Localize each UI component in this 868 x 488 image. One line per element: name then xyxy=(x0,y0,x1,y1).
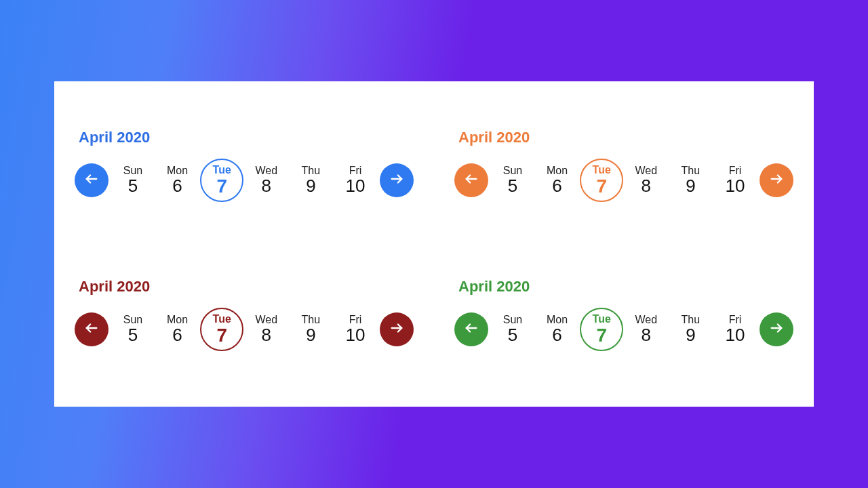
day-cell[interactable]: Fri10 xyxy=(713,308,757,351)
date-picker-maroon: April 2020 Sun5 Mon6 Tue7 Wed8 Thu9 Fri1… xyxy=(75,278,414,386)
day-number: 7 xyxy=(216,176,227,196)
day-cell[interactable]: Mon6 xyxy=(536,308,579,351)
arrow-left-icon xyxy=(84,321,99,338)
day-number: 8 xyxy=(642,177,651,195)
day-cell[interactable]: Sun5 xyxy=(491,308,534,351)
date-picker-green: April 2020 Sun5 Mon6 Tue7 Wed8 Thu9 Fri1… xyxy=(454,278,793,386)
days-strip: Sun5 Mon6 Tue7 Wed8 Thu9 Fri10 xyxy=(488,308,760,351)
day-of-week: Tue xyxy=(213,165,231,176)
arrow-right-icon xyxy=(389,321,404,338)
prev-button[interactable] xyxy=(454,312,488,346)
days-strip: Sun5 Mon6 Tue7 Wed8 Thu9 Fri10 xyxy=(108,308,380,351)
day-cell[interactable]: Sun5 xyxy=(111,308,155,351)
arrow-right-icon xyxy=(769,171,784,189)
arrow-right-icon xyxy=(769,321,784,338)
day-cell[interactable]: Wed8 xyxy=(245,159,288,202)
day-cell[interactable]: Fri10 xyxy=(334,308,377,351)
prev-button[interactable] xyxy=(454,163,488,197)
next-button[interactable] xyxy=(380,163,414,197)
day-cell[interactable]: Sun5 xyxy=(111,159,155,202)
day-cell[interactable]: Thu9 xyxy=(669,159,712,202)
day-cell[interactable]: Wed8 xyxy=(625,159,668,202)
day-cell[interactable]: Thu9 xyxy=(289,308,332,351)
picker-title: April 2020 xyxy=(75,278,414,296)
day-number: 10 xyxy=(346,326,366,344)
day-number: 5 xyxy=(508,177,517,195)
day-cell[interactable]: Sun5 xyxy=(491,159,534,202)
day-cell[interactable]: Fri10 xyxy=(713,159,757,202)
day-cell-selected[interactable]: Tue7 xyxy=(200,308,243,351)
day-cell-selected[interactable]: Tue7 xyxy=(580,159,623,202)
day-of-week: Tue xyxy=(213,314,231,325)
day-number: 9 xyxy=(306,177,315,195)
arrow-left-icon xyxy=(464,321,479,338)
day-number: 9 xyxy=(306,326,315,344)
picker-title: April 2020 xyxy=(75,129,414,146)
day-number: 5 xyxy=(128,177,138,195)
day-number: 7 xyxy=(596,325,607,345)
picker-row: Sun5 Mon6 Tue7 Wed8 Thu9 Fri10 xyxy=(75,159,414,202)
date-picker-card: April 2020 Sun5 Mon6 Tue7 Wed8 Thu9 Fri1… xyxy=(54,81,814,407)
day-number: 6 xyxy=(552,326,561,344)
date-picker-orange: April 2020 Sun5 Mon6 Tue7 Wed8 Thu9 Fri1… xyxy=(454,129,793,237)
arrow-left-icon xyxy=(84,171,99,189)
day-cell[interactable]: Wed8 xyxy=(625,308,668,351)
day-number: 8 xyxy=(642,326,651,344)
prev-button[interactable] xyxy=(75,163,108,197)
day-number: 8 xyxy=(262,177,271,195)
picker-row: Sun5 Mon6 Tue7 Wed8 Thu9 Fri10 xyxy=(454,308,793,351)
next-button[interactable] xyxy=(380,312,414,346)
day-number: 5 xyxy=(128,326,138,344)
next-button[interactable] xyxy=(760,312,793,346)
day-of-week: Tue xyxy=(593,165,611,176)
next-button[interactable] xyxy=(760,163,793,197)
day-number: 10 xyxy=(726,177,745,195)
day-cell[interactable]: Mon6 xyxy=(156,308,199,351)
arrow-left-icon xyxy=(464,171,479,189)
day-cell-selected[interactable]: Tue7 xyxy=(580,308,623,351)
days-strip: Sun5 Mon6 Tue7 Wed8 Thu9 Fri10 xyxy=(108,159,380,202)
picker-row: Sun5 Mon6 Tue7 Wed8 Thu9 Fri10 xyxy=(454,159,793,202)
day-number: 7 xyxy=(216,325,227,345)
day-cell[interactable]: Thu9 xyxy=(289,159,332,202)
picker-row: Sun5 Mon6 Tue7 Wed8 Thu9 Fri10 xyxy=(75,308,414,351)
days-strip: Sun5 Mon6 Tue7 Wed8 Thu9 Fri10 xyxy=(488,159,760,202)
day-number: 6 xyxy=(552,177,561,195)
date-picker-blue: April 2020 Sun5 Mon6 Tue7 Wed8 Thu9 Fri1… xyxy=(75,129,414,237)
day-number: 6 xyxy=(172,326,182,344)
day-number: 9 xyxy=(686,326,695,344)
day-number: 7 xyxy=(596,176,607,196)
day-cell-selected[interactable]: Tue7 xyxy=(200,159,243,202)
picker-title: April 2020 xyxy=(454,129,793,146)
day-of-week: Tue xyxy=(593,314,611,325)
day-number: 10 xyxy=(726,326,745,344)
day-number: 8 xyxy=(262,326,271,344)
day-number: 9 xyxy=(686,177,695,195)
day-cell[interactable]: Mon6 xyxy=(156,159,199,202)
day-number: 10 xyxy=(346,177,366,195)
prev-button[interactable] xyxy=(75,312,108,346)
day-cell[interactable]: Wed8 xyxy=(245,308,288,351)
day-number: 6 xyxy=(172,177,182,195)
day-cell[interactable]: Mon6 xyxy=(536,159,579,202)
day-number: 5 xyxy=(508,326,517,344)
day-cell[interactable]: Fri10 xyxy=(334,159,377,202)
arrow-right-icon xyxy=(389,171,404,189)
picker-title: April 2020 xyxy=(454,278,793,296)
day-cell[interactable]: Thu9 xyxy=(669,308,712,351)
